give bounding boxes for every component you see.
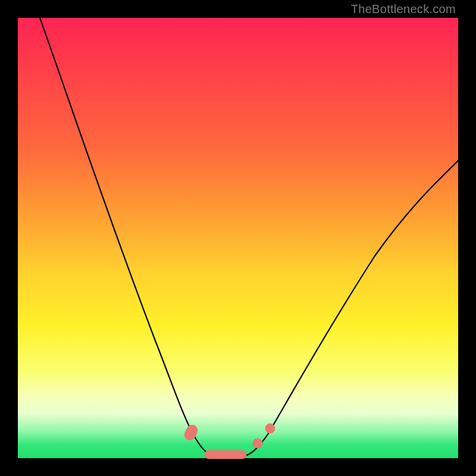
curve-path (40, 18, 458, 456)
optimal-point-right-a (253, 439, 262, 448)
watermark-text: TheBottleneck.com (351, 2, 456, 16)
optimal-point-left (183, 423, 199, 441)
optimal-zone-pill (205, 450, 246, 459)
plot-area (18, 18, 458, 458)
optimal-point-right-b (265, 424, 275, 433)
bottleneck-curve (18, 18, 458, 458)
chart-frame: TheBottleneck.com (0, 0, 476, 476)
